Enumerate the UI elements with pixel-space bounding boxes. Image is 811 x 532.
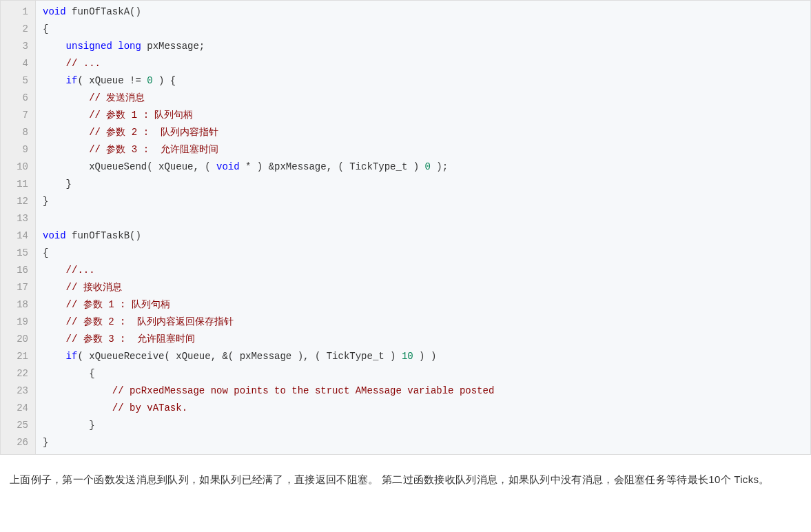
line-number: 19	[9, 314, 28, 331]
code-line	[43, 210, 494, 227]
line-number: 25	[9, 417, 28, 434]
line-number: 7	[9, 107, 28, 124]
line-number: 6	[9, 90, 28, 107]
code-line: {	[43, 365, 494, 382]
code-line: {	[43, 21, 494, 38]
line-number: 26	[9, 434, 28, 451]
line-number: 24	[9, 400, 28, 417]
line-number: 15	[9, 245, 28, 262]
explanation-paragraph: 上面例子，第一个函数发送消息到队列，如果队列已经满了，直接返回不阻塞。 第二过函…	[0, 455, 811, 497]
code-line: // by vATask.	[43, 400, 494, 417]
code-line: // ...	[43, 55, 494, 72]
code-line: // 发送消息	[43, 90, 494, 107]
code-block: 1234567891011121314151617181920212223242…	[0, 0, 811, 455]
line-number: 14	[9, 227, 28, 245]
code-line: // 参数 3 : 允许阻塞时间	[43, 141, 494, 158]
line-number: 23	[9, 382, 28, 400]
code-line: void funOfTaskB()	[43, 227, 494, 245]
code-line: // pcRxedMessage now points to the struc…	[43, 382, 494, 400]
line-number: 1	[9, 3, 28, 21]
code-line: }	[43, 434, 494, 451]
line-number: 10	[9, 158, 28, 176]
code-line: {	[43, 245, 494, 262]
line-number: 20	[9, 331, 28, 348]
code-line: if( xQueueReceive( xQueue, &( pxMessage …	[43, 348, 494, 365]
code-line: if( xQueue != 0 ) {	[43, 72, 494, 90]
code-content: void funOfTaskA(){ unsigned long pxMessa…	[36, 1, 501, 454]
line-number: 18	[9, 296, 28, 314]
line-number: 21	[9, 348, 28, 365]
line-number-gutter: 1234567891011121314151617181920212223242…	[1, 1, 36, 454]
line-number: 16	[9, 262, 28, 279]
line-number: 3	[9, 38, 28, 55]
code-line: void funOfTaskA()	[43, 3, 494, 21]
line-number: 13	[9, 210, 28, 227]
line-number: 17	[9, 279, 28, 296]
code-line: // 参数 1 : 队列句柄	[43, 107, 494, 124]
line-number: 9	[9, 141, 28, 158]
code-line: unsigned long pxMessage;	[43, 38, 494, 55]
line-number: 12	[9, 193, 28, 210]
line-number: 8	[9, 124, 28, 141]
code-line: }	[43, 176, 494, 193]
code-line: // 参数 2 : 队列内容返回保存指针	[43, 314, 494, 331]
line-number: 2	[9, 21, 28, 38]
code-line: //...	[43, 262, 494, 279]
line-number: 5	[9, 72, 28, 90]
code-line: // 参数 2 : 队列内容指针	[43, 124, 494, 141]
code-line: // 参数 1 : 队列句柄	[43, 296, 494, 314]
line-number: 4	[9, 55, 28, 72]
code-line: xQueueSend( xQueue, ( void * ) &pxMessag…	[43, 158, 494, 176]
code-line: }	[43, 417, 494, 434]
code-line: // 参数 3 : 允许阻塞时间	[43, 331, 494, 348]
code-line: // 接收消息	[43, 279, 494, 296]
code-line: }	[43, 193, 494, 210]
line-number: 22	[9, 365, 28, 382]
line-number: 11	[9, 176, 28, 193]
